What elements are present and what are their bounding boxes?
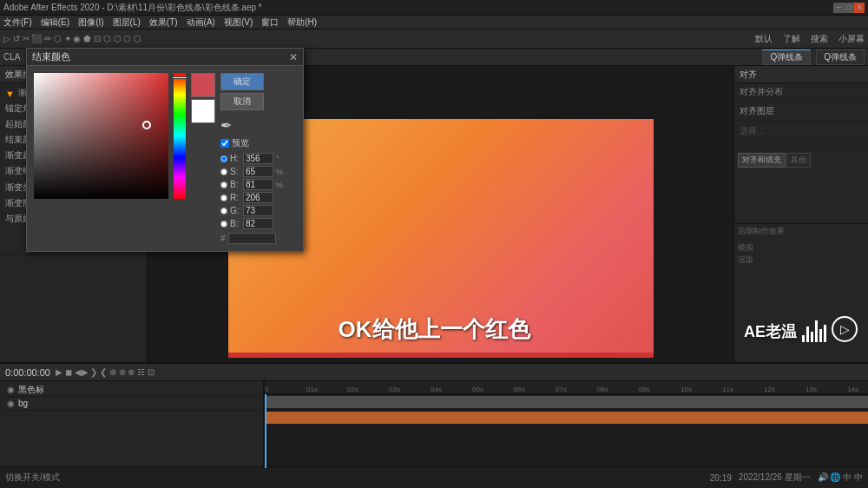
menu-help[interactable]: 帮助(H) bbox=[287, 16, 317, 29]
status-switch[interactable]: 切换开关/模式 bbox=[5, 472, 60, 484]
timeline-tracks bbox=[265, 394, 868, 468]
field-s-input[interactable] bbox=[243, 166, 273, 177]
status-time: 20:19 bbox=[710, 473, 732, 483]
right-panel: 对齐 对齐并分布 对齐图层 选择... 对齐和填充 其他 后期制作效果 模拟 渲… bbox=[733, 66, 868, 410]
menu-effects[interactable]: 效果(T) bbox=[149, 16, 178, 29]
track-icon-2: ◉ bbox=[7, 399, 15, 408]
preview-only-checkbox-row: 预览 bbox=[220, 137, 283, 149]
play-button-icon[interactable]: ▷ bbox=[832, 316, 858, 342]
field-s-radio[interactable] bbox=[220, 168, 227, 175]
menu-anim[interactable]: 动画(A) bbox=[187, 16, 215, 29]
timeline-ruler: 0 01s 02s 03s 04s 05s 06s 07s 08s 09s 10… bbox=[265, 381, 868, 394]
hue-indicator bbox=[172, 76, 187, 79]
right-panel-align: 对齐并分布 bbox=[734, 83, 868, 102]
menu-file[interactable]: 文件(F) bbox=[3, 16, 32, 29]
track-row-1 bbox=[265, 394, 868, 410]
track-name-2[interactable]: bg bbox=[18, 399, 28, 408]
ruler-mark-11: 11s bbox=[722, 386, 733, 393]
workspace-label: 默认 bbox=[755, 33, 773, 45]
field-r: R: bbox=[220, 192, 283, 203]
close-button[interactable]: ✕ bbox=[854, 3, 865, 13]
track-row-2 bbox=[265, 410, 868, 425]
rp-tab-other[interactable]: 其他 bbox=[786, 153, 811, 168]
field-h-input[interactable] bbox=[243, 153, 273, 164]
menu-layer[interactable]: 图层(L) bbox=[113, 16, 141, 29]
field-h-unit: ° bbox=[276, 155, 279, 163]
hex-hash: # bbox=[220, 234, 226, 243]
bottom-area: 0:00:00:00 ▶ ◼ ◀▶ ❯ ❮ ⊕ ⊗ ⊕ ☵ ⊡ ◉ 黑色标 ◉ … bbox=[0, 362, 868, 488]
color-picker-body: 确定 取消 ✒ 预览 H: ° S: % bbox=[27, 66, 303, 251]
picker-buttons: 确定 取消 bbox=[220, 73, 283, 110]
field-g-radio[interactable] bbox=[220, 208, 227, 214]
field-h-radio[interactable] bbox=[220, 155, 227, 162]
picker-right-controls: 确定 取消 ✒ 预览 H: ° S: % bbox=[220, 73, 283, 244]
ruler-mark-4: 04s bbox=[431, 386, 442, 393]
hue-slider[interactable] bbox=[174, 73, 186, 199]
playhead[interactable] bbox=[265, 394, 266, 468]
color-picker-title-bar[interactable]: 结束颜色 ✕ bbox=[27, 49, 303, 66]
toolbar: ▷ ↺ ✂ ⬛ ✏ ⬡ ✦ ◉ ⬟ ⊡ ⬡ ⬡ ⬡ ⬡ 默认 了解 搜索 小屏幕 bbox=[0, 30, 868, 49]
waveform-bar-3 bbox=[811, 332, 813, 342]
menubar: 文件(F) 编辑(E) 图像(I) 图层(L) 效果(T) 动画(A) 视图(V… bbox=[0, 16, 868, 30]
field-r-input[interactable] bbox=[243, 192, 273, 203]
track-bar-2[interactable] bbox=[265, 412, 868, 424]
field-g-label: G: bbox=[230, 206, 240, 215]
color-gradient-box[interactable] bbox=[34, 73, 168, 199]
field-b2-radio[interactable] bbox=[220, 221, 227, 228]
menu-window[interactable]: 窗口 bbox=[261, 16, 279, 29]
preview-label: 预览 bbox=[232, 137, 249, 149]
timeline-toolbar: 0:00:00:00 ▶ ◼ ◀▶ ❯ ❮ ⊕ ⊗ ⊕ ☵ ⊡ bbox=[0, 364, 868, 381]
rp-tab-row: 对齐和填充 其他 bbox=[734, 151, 868, 169]
field-g-input[interactable] bbox=[243, 205, 273, 216]
field-b2-label: B: bbox=[230, 219, 240, 228]
track-icon-1: ◉ bbox=[7, 385, 15, 394]
rp-tab-align[interactable]: 对齐和填充 bbox=[738, 153, 786, 168]
menu-edit[interactable]: 编辑(E) bbox=[41, 16, 69, 29]
picker-cancel-button[interactable]: 取消 bbox=[220, 93, 264, 110]
timeline-main: ◉ 黑色标 ◉ bg 0 01s 02s 03s 04s 05s 06s 07s… bbox=[0, 381, 868, 468]
ruler-mark-1: 01s bbox=[306, 386, 318, 393]
track-name-1[interactable]: 黑色标 bbox=[18, 384, 44, 396]
status-date: 2022/12/26 星期一 bbox=[739, 472, 811, 484]
minimize-button[interactable]: ─ bbox=[833, 3, 844, 13]
preview-checkbox[interactable] bbox=[220, 139, 229, 148]
timeline-track-area[interactable]: 0 01s 02s 03s 04s 05s 06s 07s 08s 09s 10… bbox=[265, 381, 868, 468]
color-preview-new bbox=[191, 73, 215, 97]
toolbar-tools[interactable]: ▷ ↺ ✂ ⬛ ✏ ⬡ ✦ ◉ ⬟ ⊡ ⬡ ⬡ ⬡ ⬡ bbox=[3, 34, 141, 43]
watermark-text: AE老温 bbox=[744, 321, 797, 342]
eyedropper-tool[interactable]: ✒ bbox=[220, 117, 283, 134]
menu-view[interactable]: 视图(V) bbox=[224, 16, 253, 29]
color-picker-close-button[interactable]: ✕ bbox=[289, 51, 298, 63]
ruler-mark-14: 14s bbox=[847, 386, 858, 393]
gradient-icon: ▼ bbox=[5, 89, 15, 99]
maximize-button[interactable]: □ bbox=[844, 3, 854, 13]
field-b-input[interactable] bbox=[243, 179, 273, 190]
brightness-gradient bbox=[34, 73, 168, 199]
hex-input[interactable]: CE4952 bbox=[228, 233, 276, 244]
preview-bottom-bar bbox=[228, 353, 654, 358]
picker-confirm-button[interactable]: 确定 bbox=[220, 73, 264, 90]
comp-tab-render[interactable]: Q弹线条 bbox=[816, 49, 865, 65]
waveform-bar-1 bbox=[802, 335, 805, 342]
smaller-label: 小屏幕 bbox=[838, 33, 865, 45]
field-b-radio[interactable] bbox=[220, 181, 227, 188]
field-g: G: bbox=[220, 205, 283, 216]
field-r-radio[interactable] bbox=[220, 195, 227, 201]
comp-tab-qdan[interactable]: Q弹线条 bbox=[762, 49, 811, 65]
ruler-mark-12: 12s bbox=[764, 386, 775, 393]
rp-bottom-tabs: 对齐和填充 其他 bbox=[734, 149, 868, 171]
field-b2-input[interactable] bbox=[243, 218, 273, 229]
rp-info-label: 后期制作效果 bbox=[738, 226, 865, 237]
rp-fx-label1: 模拟 bbox=[738, 242, 865, 254]
waveform-bar-6 bbox=[824, 325, 826, 342]
color-picker-dialog: 结束颜色 ✕ 确定 取消 ✒ 预览 bbox=[26, 48, 304, 252]
field-b2: B: bbox=[220, 218, 283, 229]
hex-row: # CE4952 bbox=[220, 233, 283, 244]
field-b-label: B: bbox=[230, 180, 240, 189]
ruler-mark-6: 06s bbox=[514, 386, 525, 393]
ruler-mark-8: 08s bbox=[597, 386, 608, 393]
track-bar-1[interactable] bbox=[265, 396, 868, 408]
status-icons: 🔊 🌐 中 中 bbox=[818, 472, 863, 484]
menu-image[interactable]: 图像(I) bbox=[78, 16, 103, 29]
field-h: H: ° bbox=[220, 153, 283, 164]
